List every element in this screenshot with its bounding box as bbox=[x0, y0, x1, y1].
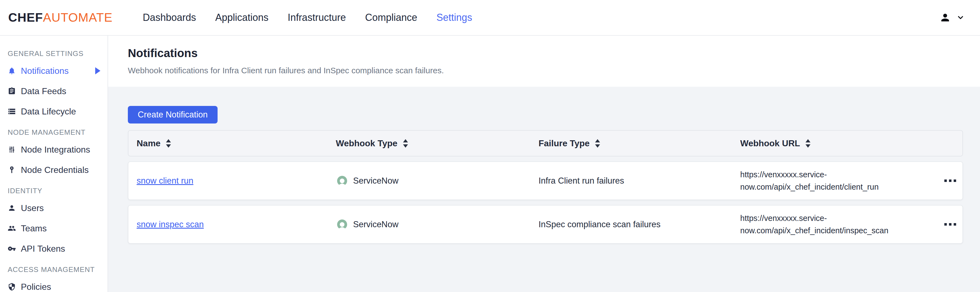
cell-name: snow inspec scan bbox=[129, 220, 328, 230]
column-header-webhook-type[interactable]: Webhook Type bbox=[328, 138, 530, 148]
sidebar-item-data-lifecycle[interactable]: Data Lifecycle bbox=[0, 101, 108, 121]
storage-icon bbox=[8, 107, 16, 115]
create-notification-button[interactable]: Create Notification bbox=[128, 106, 218, 123]
active-item-arrow-icon bbox=[95, 67, 100, 74]
notification-link[interactable]: snow client run bbox=[137, 176, 193, 186]
servicenow-icon bbox=[336, 174, 348, 187]
webhook-url-text: https://venxxxxx.service- now.com/api/x_… bbox=[740, 169, 879, 193]
cell-failure-type: InSpec compliance scan failures bbox=[530, 220, 732, 230]
sidebar-section-general-settings: GENERAL SETTINGS bbox=[0, 43, 108, 61]
webhook-url-text: https://venxxxxx.service- now.com/api/x_… bbox=[740, 212, 888, 237]
key-vertical-icon bbox=[8, 166, 16, 174]
user-menu-button[interactable] bbox=[939, 12, 965, 23]
people-icon bbox=[8, 224, 16, 233]
clipboard-icon bbox=[8, 87, 16, 95]
chef-automate-logo[interactable]: CHEFAUTOMATE bbox=[8, 10, 113, 25]
sliders-icon bbox=[8, 145, 16, 154]
key-icon bbox=[8, 244, 16, 253]
sidebar-item-teams[interactable]: Teams bbox=[0, 218, 108, 238]
sort-icon[interactable] bbox=[595, 139, 600, 148]
sidebar-item-label: Policies bbox=[21, 282, 51, 292]
notifications-table: Name Webhook Type Failure Type Webhook U… bbox=[128, 130, 963, 244]
column-header-name[interactable]: Name bbox=[129, 138, 328, 148]
row-menu-ellipsis-button[interactable] bbox=[935, 223, 963, 226]
sidebar-section-node-management: NODE MANAGEMENT bbox=[0, 121, 108, 139]
sidebar-section-identity: IDENTITY bbox=[0, 180, 108, 198]
shield-icon bbox=[8, 282, 16, 291]
table-row: snow inspec scan ServiceNow InSpec compl… bbox=[128, 205, 963, 244]
sidebar-item-label: Users bbox=[21, 203, 44, 213]
webhook-type-label: ServiceNow bbox=[353, 220, 398, 230]
settings-sidebar: GENERAL SETTINGS Notifications Data Feed… bbox=[0, 36, 108, 292]
table-row: snow client run ServiceNow Infra Client … bbox=[128, 161, 963, 200]
sidebar-item-policies[interactable]: Policies bbox=[0, 277, 108, 292]
top-navbar: CHEFAUTOMATE Dashboards Applications Inf… bbox=[0, 0, 980, 36]
nav-applications[interactable]: Applications bbox=[215, 12, 268, 23]
webhook-type-label: ServiceNow bbox=[353, 176, 398, 186]
sidebar-item-data-feeds[interactable]: Data Feeds bbox=[0, 81, 108, 101]
main-content: Notifications Webhook notifications for … bbox=[108, 36, 980, 292]
bell-icon bbox=[8, 67, 16, 75]
page-title: Notifications bbox=[128, 47, 980, 60]
column-header-webhook-url[interactable]: Webhook URL bbox=[732, 138, 935, 148]
nav-infrastructure[interactable]: Infrastructure bbox=[288, 12, 346, 23]
cell-name: snow client run bbox=[129, 176, 328, 186]
page-header: Notifications Webhook notifications for … bbox=[108, 36, 980, 87]
page-subtitle: Webhook notifications for Infra Client r… bbox=[128, 66, 980, 75]
notifications-panel: Create Notification Name Webhook Type Fa… bbox=[108, 87, 980, 244]
sidebar-item-node-credentials[interactable]: Node Credentials bbox=[0, 160, 108, 180]
sidebar-section-access-management: ACCESS MANAGEMENT bbox=[0, 259, 108, 277]
column-header-failure-type[interactable]: Failure Type bbox=[530, 138, 732, 148]
cell-failure-type: Infra Client run failures bbox=[530, 176, 732, 186]
sidebar-item-label: Node Integrations bbox=[21, 145, 90, 155]
notification-link[interactable]: snow inspec scan bbox=[137, 220, 204, 230]
logo-automate: AUTOMATE bbox=[43, 10, 113, 24]
primary-nav: Dashboards Applications Infrastructure C… bbox=[143, 12, 472, 23]
sort-icon[interactable] bbox=[805, 139, 810, 148]
sidebar-item-label: API Tokens bbox=[21, 244, 65, 254]
cell-webhook-type: ServiceNow bbox=[328, 218, 530, 231]
person-icon bbox=[939, 12, 951, 23]
sidebar-item-node-integrations[interactable]: Node Integrations bbox=[0, 139, 108, 160]
sidebar-item-label: Teams bbox=[21, 223, 47, 233]
sidebar-item-label: Data Feeds bbox=[21, 86, 66, 96]
sort-icon[interactable] bbox=[403, 139, 408, 148]
logo-chef: CHEF bbox=[8, 10, 43, 24]
sidebar-item-label: Node Credentials bbox=[21, 165, 89, 175]
servicenow-icon bbox=[336, 218, 348, 231]
nav-dashboards[interactable]: Dashboards bbox=[143, 12, 196, 23]
cell-webhook-url: https://venxxxxx.service- now.com/api/x_… bbox=[732, 212, 935, 237]
row-menu-ellipsis-button[interactable] bbox=[935, 179, 963, 182]
table-header-row: Name Webhook Type Failure Type Webhook U… bbox=[128, 130, 963, 156]
sidebar-item-label: Notifications bbox=[21, 66, 68, 76]
person-icon bbox=[8, 204, 16, 212]
sidebar-item-api-tokens[interactable]: API Tokens bbox=[0, 238, 108, 259]
cell-webhook-url: https://venxxxxx.service- now.com/api/x_… bbox=[732, 169, 935, 193]
sidebar-item-label: Data Lifecycle bbox=[21, 107, 76, 116]
chevron-down-icon bbox=[956, 13, 965, 22]
nav-settings[interactable]: Settings bbox=[436, 12, 472, 23]
cell-webhook-type: ServiceNow bbox=[328, 174, 530, 187]
sidebar-item-notifications[interactable]: Notifications bbox=[0, 61, 108, 81]
sidebar-item-users[interactable]: Users bbox=[0, 198, 108, 218]
sort-icon[interactable] bbox=[166, 139, 171, 148]
nav-compliance[interactable]: Compliance bbox=[365, 12, 417, 23]
